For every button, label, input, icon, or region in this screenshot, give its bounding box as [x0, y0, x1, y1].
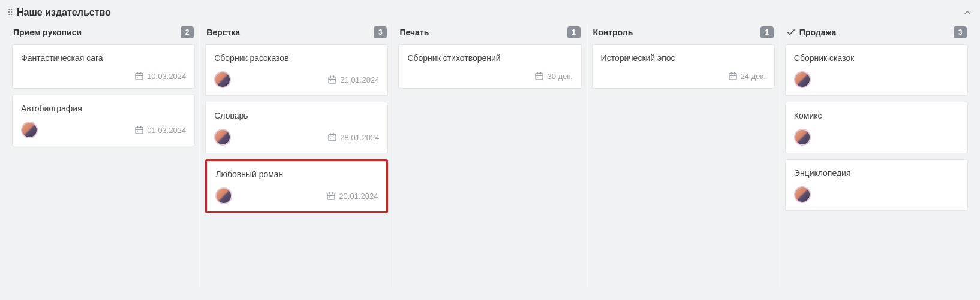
card-date: 24 дек.: [728, 71, 766, 81]
avatar[interactable]: [214, 129, 231, 146]
card-footer: 24 дек.: [601, 71, 766, 81]
calendar-icon: [326, 191, 336, 201]
calendar-icon: [327, 75, 337, 84]
column-count-badge: 2: [181, 26, 194, 38]
svg-rect-30: [729, 73, 736, 80]
column-title-wrap: Прием рукописи: [13, 28, 82, 37]
card-date-text: 01.03.2024: [147, 126, 186, 135]
calendar-icon: [134, 71, 144, 81]
card-date: 10.03.2024: [134, 71, 186, 81]
card-footer: [794, 186, 959, 203]
card-date: 20.01.2024: [326, 191, 378, 201]
svg-rect-0: [136, 73, 143, 80]
svg-point-9: [137, 131, 139, 132]
card[interactable]: Сборник рассказов21.01.2024: [205, 44, 388, 96]
svg-point-24: [329, 196, 330, 198]
svg-rect-5: [136, 127, 143, 134]
column-count-badge: 1: [760, 26, 774, 38]
avatar[interactable]: [21, 122, 38, 138]
column-title-wrap: Контроль: [593, 28, 633, 37]
avatar[interactable]: [794, 129, 811, 146]
card[interactable]: Исторический эпос24 дек.: [592, 44, 775, 89]
avatar[interactable]: [215, 187, 232, 204]
column-header: Печать1: [398, 24, 581, 44]
svg-rect-25: [536, 73, 543, 80]
columns-container: Прием рукописи2Фантастическая сага10.03.…: [7, 24, 973, 287]
card-date-text: 30 дек.: [547, 72, 572, 81]
column-title: Верстка: [206, 28, 240, 37]
card-title: Исторический эпос: [601, 53, 766, 63]
card[interactable]: Энциклопедия: [785, 159, 968, 211]
column-title-wrap: Верстка: [206, 28, 240, 37]
card-title: Энциклопедия: [794, 168, 959, 178]
card-date-text: 10.03.2024: [147, 72, 186, 81]
column-count-badge: 3: [374, 26, 387, 38]
card-title: Сборник сказок: [794, 53, 959, 63]
column-header: Продажа3: [785, 24, 968, 44]
card[interactable]: Автобиография01.03.2024: [12, 95, 195, 146]
svg-rect-15: [329, 134, 336, 141]
card-title: Автобиография: [21, 104, 186, 113]
svg-point-4: [137, 77, 139, 78]
avatar[interactable]: [214, 71, 231, 88]
svg-point-29: [537, 77, 539, 78]
card-title: Словарь: [214, 111, 379, 120]
column-title: Прием рукописи: [13, 28, 82, 37]
card-footer: 20.01.2024: [215, 187, 378, 204]
avatar[interactable]: [794, 186, 811, 203]
column-header: Контроль1: [592, 24, 775, 44]
card-date: 28.01.2024: [327, 132, 379, 142]
card-footer: [794, 71, 959, 88]
card-title: Фантастическая сага: [21, 53, 186, 63]
card-title: Комикс: [794, 111, 959, 120]
svg-rect-20: [327, 193, 335, 199]
column: Печать1Сборник стихотворений30 дек.: [393, 24, 587, 287]
kanban-board: ⠿ Наше издательство Прием рукописи2Фанта…: [0, 0, 980, 292]
column-title-wrap: Продажа: [786, 28, 837, 37]
card-footer: 30 дек.: [407, 71, 572, 81]
board-title-wrap: ⠿ Наше издательство: [7, 7, 111, 18]
card-date-text: 28.01.2024: [340, 133, 379, 142]
card-title: Сборник рассказов: [214, 53, 379, 63]
column: Контроль1Исторический эпос24 дек.: [587, 24, 780, 287]
card-footer: 28.01.2024: [214, 129, 379, 146]
card-date: 30 дек.: [534, 71, 572, 81]
column-count-badge: 1: [567, 26, 581, 38]
column: Прием рукописи2Фантастическая сага10.03.…: [7, 24, 200, 287]
card[interactable]: Любовный роман20.01.2024: [205, 159, 388, 213]
card-footer: [794, 129, 959, 146]
svg-point-19: [330, 138, 332, 139]
card-date-text: 20.01.2024: [339, 192, 378, 201]
calendar-icon: [134, 125, 144, 135]
column-header: Прием рукописи2: [12, 24, 195, 44]
column: Верстка3Сборник рассказов21.01.2024Слова…: [200, 24, 393, 287]
calendar-icon: [327, 132, 337, 142]
calendar-icon: [728, 71, 738, 81]
column-count-badge: 3: [954, 26, 967, 38]
card[interactable]: Словарь28.01.2024: [205, 102, 388, 153]
column: Продажа3Сборник сказокКомиксЭнциклопедия: [780, 24, 973, 287]
drag-handle-icon[interactable]: ⠿: [7, 8, 13, 17]
card[interactable]: Комикс: [785, 102, 968, 153]
card[interactable]: Фантастическая сага10.03.2024: [12, 44, 195, 89]
board-header: ⠿ Наше издательство: [7, 5, 973, 24]
column-title: Продажа: [799, 28, 837, 37]
card-footer: 01.03.2024: [21, 122, 186, 138]
chevron-up-icon[interactable]: [962, 7, 973, 18]
card-date-text: 24 дек.: [741, 72, 766, 81]
avatar[interactable]: [794, 71, 811, 88]
column-title: Печать: [399, 28, 429, 37]
card[interactable]: Сборник стихотворений30 дек.: [398, 44, 581, 89]
column-title: Контроль: [593, 28, 633, 37]
card-date: 01.03.2024: [134, 125, 186, 135]
card-title: Любовный роман: [215, 169, 378, 179]
column-title-wrap: Печать: [399, 28, 429, 37]
check-icon: [786, 28, 796, 37]
column-header: Верстка3: [205, 24, 388, 44]
card-footer: 10.03.2024: [21, 71, 186, 81]
board-title: Наше издательство: [17, 7, 111, 18]
svg-rect-10: [329, 77, 336, 83]
calendar-icon: [534, 71, 544, 81]
card[interactable]: Сборник сказок: [785, 44, 968, 96]
card-title: Сборник стихотворений: [407, 53, 572, 63]
